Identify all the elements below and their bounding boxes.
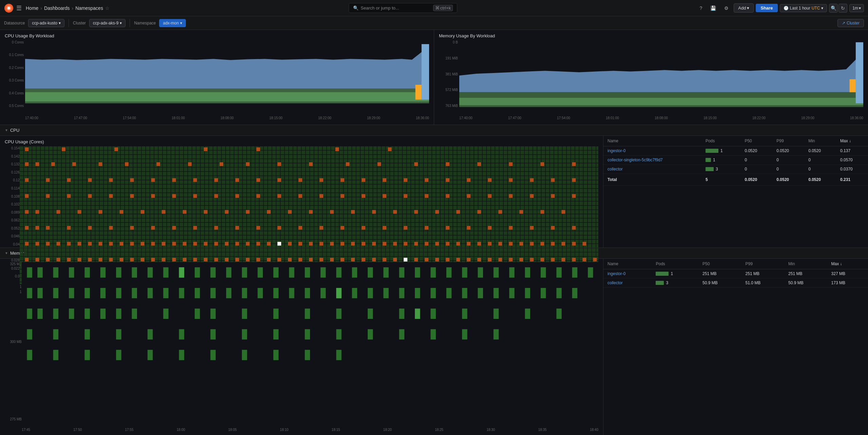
collector-singleton-bar [706, 158, 711, 162]
mem-col-pods[interactable]: Pods [652, 259, 698, 269]
svg-rect-245 [446, 258, 449, 261]
memory-data-table: Name Pods P50 P99 Min Max ↓ ingestor-0 [603, 259, 868, 288]
svg-rect-358 [27, 329, 32, 339]
memory-heatmap-with-yaxis: 275 MB 300 MB 325 MB [5, 262, 598, 427]
mem-row-ingestor-p99: 251 MB [741, 269, 785, 278]
svg-rect-23 [36, 162, 39, 166]
svg-rect-32 [277, 162, 281, 166]
svg-rect-317 [289, 288, 294, 298]
breadcrumb-home[interactable]: Home [26, 5, 38, 11]
settings-button[interactable]: ⚙ [721, 4, 732, 13]
row-ingestor-name[interactable]: ingestor-0 [603, 146, 701, 156]
favorite-star-icon[interactable]: ☆ [105, 5, 110, 11]
svg-rect-120 [519, 210, 523, 214]
help-button[interactable]: ? [697, 4, 706, 13]
svg-rect-352 [399, 309, 404, 319]
cpu-table-header-row: Name Pods P50 P99 Min Max ↓ [603, 136, 868, 146]
cluster-link-button[interactable]: ↗ Cluster [837, 19, 864, 27]
mem-row-ingestor-name[interactable]: ingestor-0 [603, 269, 652, 278]
svg-rect-363 [179, 329, 184, 339]
cpu-data-table: Name Pods P50 P99 Min Max ↓ ingestor-0 [603, 136, 868, 186]
svg-rect-127 [88, 226, 92, 230]
total-p99: 0.0520 [772, 174, 804, 186]
svg-rect-116 [435, 210, 439, 214]
mem-col-min[interactable]: Min [784, 259, 827, 269]
collector-bar [706, 167, 714, 171]
svg-rect-299 [588, 267, 593, 277]
add-button[interactable]: Add ▾ [734, 3, 754, 13]
row-collector-name[interactable]: collector [603, 165, 701, 174]
col-min[interactable]: Min [804, 136, 836, 146]
svg-rect-210 [78, 258, 81, 261]
svg-rect-159 [109, 242, 113, 246]
hamburger-icon[interactable]: ☰ [16, 4, 22, 12]
svg-rect-92 [509, 194, 513, 198]
svg-rect-344 [163, 309, 168, 319]
svg-rect-310 [179, 288, 184, 298]
svg-rect-369 [368, 329, 373, 339]
cpu-section-header[interactable]: ▼ CPU [0, 125, 868, 136]
svg-rect-167 [193, 242, 197, 246]
svg-rect-67 [551, 178, 555, 182]
mem-col-max[interactable]: Max ↓ [827, 259, 868, 269]
row-collector-max: 0.0370 [836, 165, 868, 174]
total-max: 0.231 [836, 174, 868, 186]
svg-rect-68 [572, 178, 576, 182]
svg-rect-362 [148, 329, 153, 339]
svg-rect-280 [289, 267, 294, 277]
svg-rect-75 [151, 194, 155, 198]
svg-rect-142 [404, 226, 407, 230]
svg-rect-291 [462, 267, 467, 277]
cluster-label: Cluster [73, 21, 86, 25]
cpu-overview-body[interactable] [25, 40, 429, 114]
memory-table-panel: Name Pods P50 P99 Min Max ↓ ingestor-0 [603, 259, 868, 435]
search-box[interactable]: 🔍 Search or jump to... ⌘ ctrl+k [349, 3, 457, 13]
time-range-control[interactable]: 🕐 Last 1 hour UTC ▾ [780, 4, 827, 12]
share-button[interactable]: Share [756, 4, 777, 12]
svg-rect-328 [462, 288, 467, 298]
svg-rect-318 [305, 288, 310, 298]
datasource-value: ccp-adx-kusto [32, 21, 57, 25]
mem-col-p50[interactable]: P50 [698, 259, 741, 269]
svg-rect-28 [156, 162, 160, 166]
col-pods[interactable]: Pods [701, 136, 741, 146]
clock-icon: 🕐 [784, 6, 789, 11]
memory-overview-body[interactable] [459, 40, 863, 114]
namespace-filter[interactable]: adx-mon ▾ [159, 19, 186, 27]
svg-rect-139 [341, 226, 344, 230]
svg-rect-216 [141, 258, 144, 261]
svg-rect-117 [456, 210, 460, 214]
interval-control[interactable]: 1m ▾ [849, 4, 864, 12]
mem-col-name[interactable]: Name [603, 259, 652, 269]
col-p50[interactable]: P50 [740, 136, 772, 146]
svg-rect-213 [109, 258, 113, 261]
memory-heatmap-grid[interactable] [22, 262, 598, 427]
svg-rect-148 [530, 226, 534, 230]
time-chevron-icon: ▾ [821, 6, 823, 11]
col-max[interactable]: Max ↓ [836, 136, 868, 146]
svg-rect-106 [225, 210, 229, 214]
svg-rect-281 [305, 267, 310, 277]
svg-rect-103 [162, 210, 166, 214]
svg-rect-33 [309, 162, 313, 166]
mem-row-collector-min: 50.9 MB [784, 278, 827, 288]
col-p99[interactable]: P99 [772, 136, 804, 146]
cluster-link-label: Cluster [847, 21, 860, 25]
row-collector-singleton-name[interactable]: collector-singleton-5c9bc7f9d7 [603, 156, 701, 165]
svg-rect-90 [467, 194, 470, 198]
svg-rect-93 [530, 194, 534, 198]
svg-rect-56 [320, 178, 323, 182]
svg-rect-327 [446, 288, 451, 298]
datasource-filter[interactable]: ccp-adx-kusto ▾ [28, 19, 64, 27]
svg-rect-361 [116, 329, 121, 339]
zoom-in-button[interactable]: ↻ [838, 4, 847, 13]
cluster-filter[interactable]: ccp-adx-aks-9 ▾ [89, 19, 126, 27]
mem-col-p99[interactable]: P99 [741, 259, 785, 269]
mem-row-collector-name[interactable]: collector [603, 278, 652, 288]
svg-rect-321 [352, 288, 357, 298]
breadcrumb-dashboards[interactable]: Dashboards [44, 5, 70, 11]
col-name[interactable]: Name [603, 136, 701, 146]
save-button[interactable]: 💾 [707, 4, 719, 13]
svg-rect-265 [53, 267, 58, 277]
zoom-out-button[interactable]: 🔍 [829, 4, 838, 13]
